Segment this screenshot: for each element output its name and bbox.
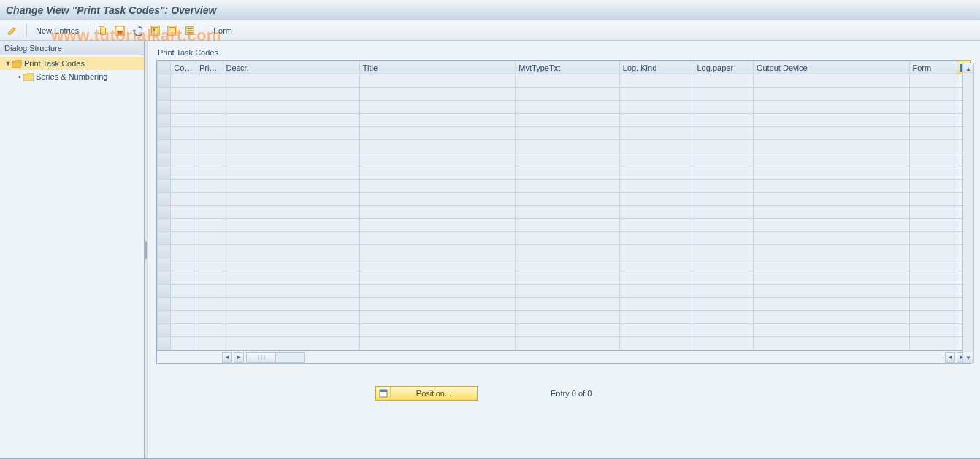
col-header-cocd[interactable]: CoCd xyxy=(171,61,196,74)
cell-logkind[interactable] xyxy=(619,114,694,127)
cell-mvttype[interactable] xyxy=(516,74,619,88)
col-header-title[interactable]: Title xyxy=(359,61,516,74)
cell-form[interactable] xyxy=(909,232,957,245)
table-row[interactable] xyxy=(158,166,971,180)
cell-mvttype[interactable] xyxy=(516,166,619,180)
cell-title[interactable] xyxy=(359,271,516,285)
cell-form[interactable] xyxy=(909,324,957,337)
cell-logpaper[interactable] xyxy=(694,245,753,258)
cell-logpaper[interactable] xyxy=(694,114,753,127)
row-selector[interactable] xyxy=(158,180,171,193)
cell-prin[interactable] xyxy=(196,101,223,114)
cell-logpaper[interactable] xyxy=(694,337,753,350)
cell-outdev[interactable] xyxy=(753,180,909,193)
cell-logkind[interactable] xyxy=(619,271,694,285)
cell-outdev[interactable] xyxy=(753,88,909,101)
cell-form[interactable] xyxy=(909,166,957,180)
row-selector[interactable] xyxy=(158,219,171,232)
cell-cocd[interactable] xyxy=(171,166,196,180)
cell-descr[interactable] xyxy=(223,88,359,101)
cell-prin[interactable] xyxy=(196,140,223,153)
cell-outdev[interactable] xyxy=(753,166,909,180)
table-row[interactable] xyxy=(158,180,971,193)
col-header-outdev[interactable]: Output Device xyxy=(753,61,909,74)
col-header-prin[interactable]: Prin... xyxy=(196,61,223,74)
cell-logpaper[interactable] xyxy=(694,271,753,285)
cell-prin[interactable] xyxy=(196,206,223,219)
cell-descr[interactable] xyxy=(223,140,359,153)
cell-title[interactable] xyxy=(359,88,516,101)
cell-outdev[interactable] xyxy=(753,324,909,337)
cell-prin[interactable] xyxy=(196,324,223,337)
cell-outdev[interactable] xyxy=(753,114,909,127)
tree-node-print-task-codes[interactable]: ▼ Print Task Codes xyxy=(0,57,144,70)
row-selector[interactable] xyxy=(158,140,171,153)
row-selector[interactable] xyxy=(158,232,171,245)
undo-icon[interactable] xyxy=(131,24,144,37)
row-selector[interactable] xyxy=(158,271,171,285)
row-selector[interactable] xyxy=(158,88,171,101)
cell-logpaper[interactable] xyxy=(694,193,753,206)
cell-logkind[interactable] xyxy=(619,166,694,180)
cell-mvttype[interactable] xyxy=(516,101,619,114)
col-header-logkind[interactable]: Log. Kind xyxy=(619,61,694,74)
cell-title[interactable] xyxy=(359,245,516,258)
cell-logkind[interactable] xyxy=(619,74,694,88)
cell-descr[interactable] xyxy=(223,127,359,140)
table-row[interactable] xyxy=(158,311,971,324)
cell-form[interactable] xyxy=(909,193,957,206)
col-header-descr[interactable]: Descr. xyxy=(223,61,359,74)
grid-table[interactable]: CoCdPrin...Descr.TitleMvtTypeTxtLog. Kin… xyxy=(157,61,971,350)
cell-cocd[interactable] xyxy=(171,74,196,88)
table-row[interactable] xyxy=(158,193,971,206)
cell-prin[interactable] xyxy=(196,219,223,232)
cell-prin[interactable] xyxy=(196,114,223,127)
cell-cocd[interactable] xyxy=(171,271,196,285)
cell-outdev[interactable] xyxy=(753,311,909,324)
cell-logkind[interactable] xyxy=(619,324,694,337)
cell-outdev[interactable] xyxy=(753,219,909,232)
cell-logkind[interactable] xyxy=(619,298,694,311)
table-row[interactable] xyxy=(158,127,971,140)
cell-mvttype[interactable] xyxy=(516,140,619,153)
form-button[interactable]: Form xyxy=(212,26,234,35)
cell-logkind[interactable] xyxy=(619,337,694,350)
cell-descr[interactable] xyxy=(223,206,359,219)
cell-outdev[interactable] xyxy=(753,258,909,271)
cell-cocd[interactable] xyxy=(171,298,196,311)
cell-prin[interactable] xyxy=(196,153,223,166)
cell-prin[interactable] xyxy=(196,245,223,258)
scroll-right-icon[interactable]: ► xyxy=(234,352,244,363)
cell-form[interactable] xyxy=(909,219,957,232)
cell-logpaper[interactable] xyxy=(694,206,753,219)
row-header-corner[interactable] xyxy=(158,61,171,74)
cell-cocd[interactable] xyxy=(171,127,196,140)
cell-title[interactable] xyxy=(359,219,516,232)
cell-form[interactable] xyxy=(909,114,957,127)
cell-mvttype[interactable] xyxy=(516,258,619,271)
tree-expand-icon[interactable]: ▼ xyxy=(4,60,12,67)
cell-logpaper[interactable] xyxy=(694,298,753,311)
cell-cocd[interactable] xyxy=(171,258,196,271)
cell-prin[interactable] xyxy=(196,298,223,311)
cell-logkind[interactable] xyxy=(619,206,694,219)
cell-logkind[interactable] xyxy=(619,245,694,258)
cell-descr[interactable] xyxy=(223,298,359,311)
cell-logpaper[interactable] xyxy=(694,140,753,153)
cell-outdev[interactable] xyxy=(753,206,909,219)
cell-descr[interactable] xyxy=(223,101,359,114)
cell-prin[interactable] xyxy=(196,311,223,324)
cell-logpaper[interactable] xyxy=(694,153,753,166)
cell-mvttype[interactable] xyxy=(516,180,619,193)
copy-icon[interactable] xyxy=(96,24,109,37)
cell-logpaper[interactable] xyxy=(694,285,753,298)
cell-outdev[interactable] xyxy=(753,285,909,298)
toggle-edit-icon[interactable] xyxy=(6,24,19,37)
table-row[interactable] xyxy=(158,324,971,337)
table-row[interactable] xyxy=(158,140,971,153)
row-selector[interactable] xyxy=(158,74,171,88)
cell-logkind[interactable] xyxy=(619,127,694,140)
cell-prin[interactable] xyxy=(196,337,223,350)
cell-cocd[interactable] xyxy=(171,245,196,258)
cell-descr[interactable] xyxy=(223,166,359,180)
